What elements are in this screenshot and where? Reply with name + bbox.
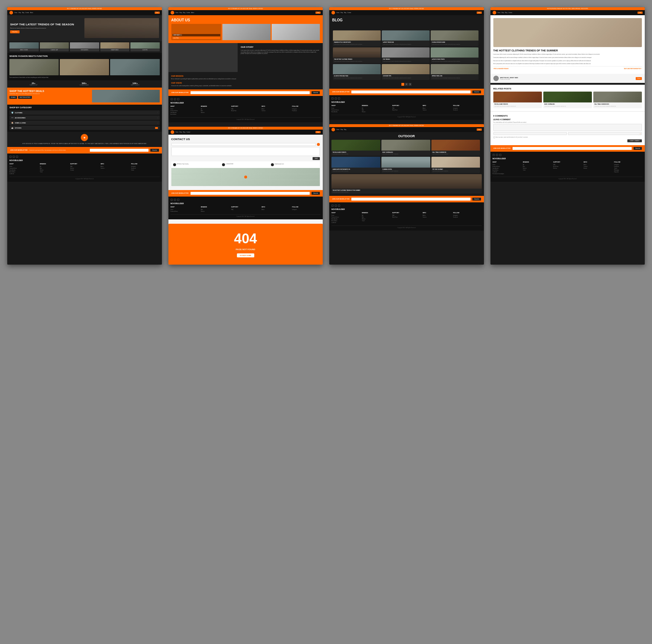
social-fb-4[interactable]: f bbox=[493, 154, 495, 156]
nav-home-contact[interactable]: Home bbox=[176, 131, 179, 133]
fl-c-feat[interactable]: Featured Items bbox=[171, 211, 199, 212]
fl-4-home[interactable]: Home bbox=[493, 164, 521, 165]
social-tw-outdoor[interactable]: t bbox=[335, 205, 337, 207]
cart-button-4[interactable]: Cart bbox=[638, 12, 643, 14]
nav-shop-2[interactable]: Shop bbox=[180, 12, 182, 13]
blog-card-6[interactable]: LATEST ETHNIC PRINTS Lorem ipsum dolor s… bbox=[431, 47, 478, 63]
blog-card-5[interactable]: FUR TRENDS Lorem ipsum dolor sit amet co… bbox=[382, 47, 430, 63]
fl-c-about[interactable]: About bbox=[262, 209, 290, 210]
fl-4-about[interactable]: About bbox=[584, 164, 612, 165]
fl-blog-2[interactable]: Blog Posts bbox=[231, 110, 260, 111]
follow-btn[interactable]: Follow bbox=[636, 77, 642, 80]
related-card-2[interactable]: BOAT JOURNALING Lorem ipsum dolor sit am… bbox=[543, 92, 592, 108]
fl-4-ig[interactable]: Instagram bbox=[614, 164, 643, 165]
next-post-btn[interactable]: NEXT: ANOTHER FASHION POST › bbox=[624, 68, 642, 70]
nl-btn-outdoor[interactable]: Subscribe bbox=[472, 198, 481, 201]
footer-link-careers[interactable]: Careers bbox=[101, 168, 129, 169]
submit-comment-btn[interactable]: SUBMIT COMMENT bbox=[627, 139, 642, 142]
fl-o-best[interactable]: Best Sellers bbox=[331, 220, 360, 222]
footer-link-new[interactable]: New Arrivals bbox=[9, 169, 38, 171]
fl-3-blog[interactable]: Blog Posts bbox=[392, 109, 421, 111]
fl-careers-2[interactable]: Careers bbox=[262, 110, 290, 111]
social-tw-4[interactable]: t bbox=[496, 154, 498, 156]
fl-3-fb[interactable]: Facebook bbox=[453, 109, 482, 111]
outdoor-card-3[interactable]: FALL TRAILS GUIDEBOOK Lorem ipsum dolor … bbox=[431, 140, 480, 156]
nav-about[interactable]: About bbox=[30, 12, 33, 13]
footer-link-contact[interactable]: Contact bbox=[70, 169, 99, 171]
footer-link-men[interactable]: Men bbox=[40, 168, 68, 169]
blog-card-9[interactable]: SPRING TIME LOOK Lorem ipsum dolor sit a… bbox=[431, 64, 478, 80]
fl-o-women[interactable]: Women bbox=[362, 218, 390, 220]
fl-new-2[interactable]: New Arrivals bbox=[171, 112, 199, 113]
fl-ig-2[interactable]: Instagram bbox=[292, 108, 321, 110]
blog-card-2[interactable]: LATEST TREND 2024 Lorem ipsum dolor sit … bbox=[382, 30, 430, 46]
cat-kitchen[interactable]: ☕ KITCHEN › bbox=[9, 126, 160, 130]
nav-contact-nav[interactable]: Contact bbox=[187, 131, 190, 133]
fl-4-snap[interactable]: Snapchat bbox=[614, 171, 643, 173]
hero-btn-1[interactable]: Shop Now bbox=[10, 30, 20, 33]
fl-o-art[interactable]: Art bbox=[362, 215, 390, 216]
fl-c-ig[interactable]: Instagram bbox=[292, 209, 321, 210]
social-fb-contact[interactable]: f bbox=[171, 199, 173, 201]
footer-link-instagram[interactable]: Instagram bbox=[131, 166, 160, 167]
fl-4-women[interactable]: Women bbox=[523, 168, 551, 169]
fl-4-men[interactable]: Men bbox=[523, 166, 551, 167]
fl-men-2[interactable]: Men bbox=[201, 110, 229, 111]
fl-3-women[interactable]: Women bbox=[362, 111, 390, 113]
fl-o-blog[interactable]: Blog Posts bbox=[392, 216, 421, 218]
blog-card-7[interactable]: A LOOK IN THE DAILY BAG Lorem ipsum dolo… bbox=[333, 64, 381, 80]
fl-best-2[interactable]: Best Sellers bbox=[171, 114, 199, 115]
social-tw-contact[interactable]: t bbox=[174, 199, 176, 201]
newsletter-btn-1[interactable]: Subscribe bbox=[150, 149, 159, 152]
fl-o-look[interactable]: Lookbook bbox=[331, 222, 360, 223]
fl-o-about[interactable]: About bbox=[423, 215, 451, 216]
social-ig-3[interactable]: i bbox=[338, 97, 340, 100]
cart-btn-outdoor[interactable]: Cart bbox=[477, 129, 482, 131]
newsletter-input-3[interactable] bbox=[351, 91, 471, 93]
fl-art-2[interactable]: Art bbox=[201, 108, 229, 110]
product-4[interactable]: HEADPHONES bbox=[100, 42, 130, 51]
fl-4-fb[interactable]: Facebook bbox=[614, 166, 643, 167]
fl-4-promo[interactable]: Promotional Campaigns bbox=[493, 173, 521, 174]
blog-card-4[interactable]: THE HOTTEST CLOTHING TRENDS Lorem ipsum … bbox=[333, 47, 381, 63]
fl-3-art[interactable]: Art bbox=[362, 108, 390, 109]
fl-4-whatsapp[interactable]: Whatsapp bbox=[614, 169, 643, 171]
nav-blog-4[interactable]: Blog bbox=[505, 12, 507, 13]
nav-home-2[interactable]: Home bbox=[176, 12, 179, 13]
fl-3-men[interactable]: Men bbox=[362, 109, 390, 111]
outdoor-card-7[interactable]: THE HOTTEST CLOTHING TRENDS OF THE SUMME… bbox=[331, 174, 482, 194]
fl-4-tw[interactable]: Twitter bbox=[614, 168, 643, 169]
nav-blog[interactable]: Blog bbox=[22, 12, 24, 13]
nl-input-outdoor[interactable] bbox=[351, 198, 471, 201]
fl-women-2[interactable]: Women bbox=[201, 112, 229, 113]
fl-o-feat[interactable]: Featured Items bbox=[331, 216, 360, 218]
fl-4-featured[interactable]: Featured Items bbox=[493, 166, 521, 167]
nav-shop-contact[interactable]: Shop bbox=[180, 131, 182, 133]
product-3[interactable]: SUNGLASSES bbox=[70, 42, 99, 51]
outdoor-card-4[interactable]: LANDSCAPE PHOTOGRAPHY 101 Lorem ipsum do… bbox=[331, 157, 380, 173]
fl-about-2[interactable]: About bbox=[262, 108, 290, 110]
cat-accessories[interactable]: 👓 ACCESSORIES › bbox=[9, 115, 160, 120]
newsletter-btn-4[interactable]: Subscribe bbox=[634, 147, 642, 150]
contact-name-input[interactable] bbox=[171, 143, 316, 146]
product-1[interactable]: BASIC HOODIE bbox=[9, 42, 39, 51]
nav-home-3[interactable]: Home bbox=[337, 12, 339, 13]
social-fb-3[interactable]: f bbox=[331, 97, 334, 100]
social-tw-3[interactable]: t bbox=[335, 97, 337, 100]
fl-4-careers[interactable]: Careers bbox=[584, 166, 612, 167]
nav-shop-outdoor[interactable]: Shop bbox=[340, 129, 343, 130]
fl-3-new[interactable]: New Arrivals bbox=[331, 111, 360, 113]
social-fb-2[interactable]: f bbox=[171, 98, 173, 100]
fl-c-faq[interactable]: FAQ bbox=[231, 209, 260, 210]
save-checkbox[interactable] bbox=[493, 136, 495, 138]
cart-button-2[interactable]: Cart bbox=[315, 12, 321, 14]
fl-3-ig[interactable]: Instagram bbox=[453, 108, 482, 109]
nav-blog-contact[interactable]: Blog bbox=[183, 131, 185, 133]
fl-c-home[interactable]: Home bbox=[171, 209, 199, 210]
footer-link-faq[interactable]: FAQ bbox=[70, 166, 99, 167]
nav-contact-4[interactable]: Contact bbox=[509, 12, 512, 13]
outdoor-card-1[interactable]: THE HILLS AND FORESTS Lorem ipsum dolor … bbox=[331, 140, 380, 156]
fl-faq-2[interactable]: FAQ bbox=[231, 108, 260, 110]
fl-3-about[interactable]: About bbox=[423, 108, 451, 109]
fl-featured-2[interactable]: Featured Items bbox=[171, 110, 199, 111]
